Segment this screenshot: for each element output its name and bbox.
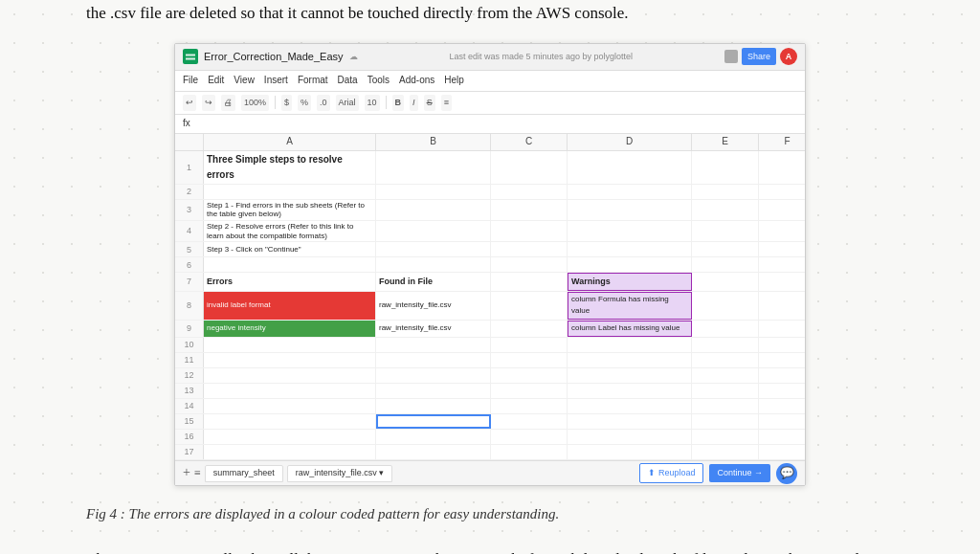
toolbar-zoom[interactable]: 100% <box>241 95 269 110</box>
toolbar-bold[interactable]: B <box>392 95 405 110</box>
cell-c4[interactable] <box>491 221 568 241</box>
toolbar-divider-1 <box>275 96 276 109</box>
cell-f8[interactable] <box>759 292 806 321</box>
cell-b9[interactable]: raw_intensity_file.csv <box>376 321 491 337</box>
cell-e3[interactable] <box>692 200 759 220</box>
cell-e1[interactable] <box>692 151 759 184</box>
table-row: 10 <box>175 338 806 353</box>
cell-a8-error[interactable]: invalid label format <box>204 292 376 321</box>
cell-e9[interactable] <box>692 321 759 337</box>
menu-insert[interactable]: Insert <box>264 73 288 88</box>
cell-b2[interactable] <box>376 185 491 199</box>
cell-c3[interactable] <box>491 200 568 220</box>
cell-a1[interactable]: Three Simple steps to resolve errors <box>204 151 376 184</box>
cell-a3[interactable]: Step 1 - Find errors in the sub sheets (… <box>204 200 376 220</box>
row-num: 15 <box>175 414 204 429</box>
cell-c9[interactable] <box>491 321 568 337</box>
row-num-header <box>175 134 204 150</box>
cell-c1[interactable] <box>491 151 568 184</box>
cell-f9[interactable] <box>759 321 806 337</box>
cell-b8[interactable]: raw_intensity_file.csv <box>376 292 491 321</box>
cell-e6[interactable] <box>692 257 759 272</box>
cell-a10[interactable] <box>204 338 376 352</box>
menu-help[interactable]: Help <box>444 73 464 88</box>
cell-f2[interactable] <box>759 185 806 199</box>
menu-file[interactable]: File <box>183 73 198 88</box>
toolbar-italic[interactable]: I <box>410 95 418 110</box>
cell-c5[interactable] <box>491 242 568 256</box>
cell-d9-warning[interactable]: column Label has missing value <box>568 321 692 337</box>
spreadsheet-screenshot: Error_Correction_Made_Easy ☁ Last edit w… <box>174 43 806 486</box>
tab-summary-sheet[interactable]: summary_sheet <box>205 465 283 482</box>
row-num: 5 <box>175 242 204 256</box>
cell-a5[interactable]: Step 3 - Click on "Continue" <box>204 242 376 256</box>
toolbar-redo[interactable]: ↪ <box>202 95 215 110</box>
cell-b6[interactable] <box>376 257 491 272</box>
cell-b1[interactable] <box>376 151 491 184</box>
toolbar-decimal[interactable]: .0 <box>317 95 330 110</box>
cell-c7[interactable] <box>491 273 568 290</box>
cell-e8[interactable] <box>692 292 759 321</box>
cell-c6[interactable] <box>491 257 568 272</box>
cell-f4[interactable] <box>759 221 806 241</box>
cell-b5[interactable] <box>376 242 491 256</box>
continue-button[interactable]: Continue → <box>709 464 770 481</box>
menu-data[interactable]: Data <box>338 73 358 88</box>
menu-addons[interactable]: Add-ons <box>399 73 434 88</box>
toolbar-percent[interactable]: % <box>298 95 311 110</box>
toolbar-divider-2 <box>386 96 387 109</box>
cell-a7[interactable]: Errors <box>204 273 376 290</box>
table-row: 11 <box>175 353 806 368</box>
menu-format[interactable]: Format <box>298 73 328 88</box>
cell-e2[interactable] <box>692 185 759 199</box>
cell-d1[interactable] <box>568 151 692 184</box>
cell-c8[interactable] <box>491 292 568 321</box>
toolbar-fontsize[interactable]: 10 <box>365 95 380 110</box>
menu-edit[interactable]: Edit <box>208 73 224 88</box>
toolbar-align[interactable]: ≡ <box>441 95 452 110</box>
cell-b3[interactable] <box>376 200 491 220</box>
cell-a9-error[interactable]: negative intensity <box>204 321 376 337</box>
cell-e7[interactable] <box>692 273 759 290</box>
share-button[interactable]: Share <box>742 48 776 65</box>
tab-raw-intensity[interactable]: raw_intensity_file.csv ▾ <box>287 465 393 482</box>
tab-summary-label: summary_sheet <box>213 466 275 479</box>
toolbar-undo[interactable]: ↩ <box>183 95 196 110</box>
cell-c2[interactable] <box>491 185 568 199</box>
sheet-tabs: + ≡ summary_sheet raw_intensity_file.csv… <box>183 462 392 483</box>
cell-e5[interactable] <box>692 242 759 256</box>
menu-tools[interactable]: Tools <box>368 73 390 88</box>
reupload-button[interactable]: ⬆ Reupload <box>639 463 703 482</box>
cell-d3[interactable] <box>568 200 692 220</box>
cell-a6[interactable] <box>204 257 376 272</box>
cell-d2[interactable] <box>568 185 692 199</box>
cell-d6[interactable] <box>568 257 692 272</box>
cell-f5[interactable] <box>759 242 806 256</box>
cell-f1[interactable] <box>759 151 806 184</box>
cell-d8-warning[interactable]: column Formula has missing value <box>568 292 692 321</box>
toolbar-currency[interactable]: $ <box>281 95 292 110</box>
cell-a4[interactable]: Step 2 - Resolve errors (Refer to this l… <box>204 221 376 241</box>
comments-icon[interactable] <box>724 50 738 63</box>
cell-b4[interactable] <box>376 221 491 241</box>
cell-d5[interactable] <box>568 242 692 256</box>
cell-f3[interactable] <box>759 200 806 220</box>
cell-a2[interactable] <box>204 185 376 199</box>
toolbar-font[interactable]: Arial <box>336 95 359 110</box>
col-header-e: E <box>692 134 759 150</box>
grid-area: A B C D E F 1 Three Simple steps to reso… <box>175 134 805 460</box>
cell-f6[interactable] <box>759 257 806 272</box>
menu-view[interactable]: View <box>234 73 255 88</box>
cell-d4[interactable] <box>568 221 692 241</box>
toolbar-strikethrough[interactable]: S <box>424 95 435 110</box>
page-container: the .csv file are deleted so that it can… <box>0 0 980 554</box>
add-sheet-icon[interactable]: + <box>183 462 190 483</box>
cell-e4[interactable] <box>692 221 759 241</box>
chat-icon[interactable]: 💬 <box>776 463 797 484</box>
sheet-menu-icon[interactable]: ≡ <box>194 464 201 482</box>
toolbar-print[interactable]: 🖨 <box>221 95 235 110</box>
cell-b15-selected[interactable] <box>376 414 491 429</box>
cell-f7[interactable] <box>759 273 806 290</box>
cell-d7-warnings[interactable]: Warnings <box>568 273 692 290</box>
cell-b7[interactable]: Found in File <box>376 273 491 290</box>
